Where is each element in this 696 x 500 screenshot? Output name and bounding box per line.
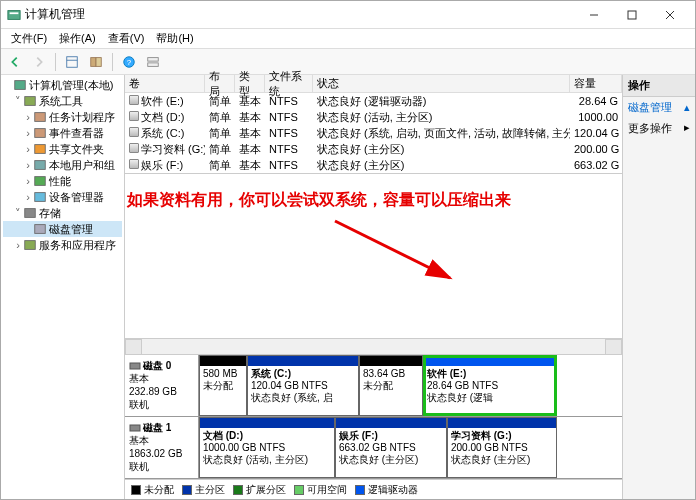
table-row[interactable]: 娱乐 (F:)简单基本NTFS状态良好 (主分区)663.02 G: [125, 157, 622, 173]
legend-swatch: [355, 485, 365, 495]
tree-item[interactable]: 磁盘管理: [3, 221, 122, 237]
tree-item-icon: [23, 206, 37, 220]
legend-label: 可用空间: [307, 483, 347, 497]
legend-swatch: [182, 485, 192, 495]
volume-icon: [129, 111, 139, 121]
legend-label: 逻辑驱动器: [368, 483, 418, 497]
tree-item-label: 任务计划程序: [49, 110, 115, 125]
forward-button[interactable]: [29, 52, 49, 72]
tree-item[interactable]: ˅系统工具: [3, 93, 122, 109]
window: 计算机管理 文件(F)操作(A)查看(V)帮助(H) ? 计算机管理(本地)˅系…: [0, 0, 696, 500]
tree-expander-icon[interactable]: ›: [23, 111, 33, 123]
tree-item[interactable]: ›服务和应用程序: [3, 237, 122, 253]
col-filesystem[interactable]: 文件系统: [265, 75, 313, 92]
close-button[interactable]: [651, 2, 689, 28]
svg-rect-9: [96, 57, 101, 66]
disk-label[interactable]: 磁盘 0基本232.89 GB联机: [125, 355, 199, 416]
menu-item[interactable]: 帮助(H): [150, 29, 199, 48]
tree-item[interactable]: ›共享文件夹: [3, 141, 122, 157]
col-status[interactable]: 状态: [313, 75, 570, 92]
chevron-up-icon[interactable]: ▴: [684, 101, 690, 114]
tree-item-label: 计算机管理(本地): [29, 78, 113, 93]
tree-item-label: 事件查看器: [49, 126, 104, 141]
menu-item[interactable]: 查看(V): [102, 29, 151, 48]
help-button[interactable]: ?: [119, 52, 139, 72]
tree-item[interactable]: ›性能: [3, 173, 122, 189]
volume-table: 卷 布局 类型 文件系统 状态 容量 软件 (E:)简单基本NTFS状态良好 (…: [125, 75, 622, 174]
titlebar: 计算机管理: [1, 1, 695, 29]
actions-header: 操作: [623, 75, 695, 97]
svg-rect-18: [35, 145, 46, 154]
tree-expander-icon[interactable]: ›: [23, 191, 33, 203]
partition[interactable]: 83.64 GB未分配: [359, 355, 423, 416]
tree-expander-icon[interactable]: ›: [23, 175, 33, 187]
tree-item-label: 设备管理器: [49, 190, 104, 205]
tree-expander-icon[interactable]: ›: [23, 159, 33, 171]
legend-item: 逻辑驱动器: [355, 483, 418, 497]
partition[interactable]: 娱乐 (F:)663.02 GB NTFS状态良好 (主分区): [335, 417, 447, 478]
minimize-button[interactable]: [575, 2, 613, 28]
tree-item[interactable]: ˅存储: [3, 205, 122, 221]
disk-partitions: 文档 (D:)1000.00 GB NTFS状态良好 (活动, 主分区)娱乐 (…: [199, 417, 622, 478]
tree-item[interactable]: ›任务计划程序: [3, 109, 122, 125]
partition-color-bar: [200, 418, 334, 428]
maximize-button[interactable]: [613, 2, 651, 28]
tree-item-icon: [33, 174, 47, 188]
titlebar-text: 计算机管理: [25, 6, 575, 23]
table-header[interactable]: 卷 布局 类型 文件系统 状态 容量: [125, 75, 622, 93]
tree-item-label: 性能: [49, 174, 71, 189]
col-layout[interactable]: 布局: [205, 75, 235, 92]
col-volume[interactable]: 卷: [125, 75, 205, 92]
annotation-arrow-icon: [325, 216, 465, 286]
volume-icon: [129, 127, 139, 137]
horizontal-scrollbar[interactable]: [125, 338, 622, 354]
refresh-button[interactable]: [86, 52, 106, 72]
more-actions-link[interactable]: 更多操作 ▸: [623, 118, 695, 139]
toolbar-separator: [55, 53, 56, 71]
partition[interactable]: 系统 (C:)120.04 GB NTFS状态良好 (系统, 启: [247, 355, 359, 416]
back-button[interactable]: [5, 52, 25, 72]
col-type[interactable]: 类型: [235, 75, 265, 92]
disk-label[interactable]: 磁盘 1基本1863.02 GB联机: [125, 417, 199, 478]
tree-expander-icon[interactable]: ›: [23, 127, 33, 139]
partition[interactable]: 学习资料 (G:)200.00 GB NTFS状态良好 (主分区): [447, 417, 557, 478]
svg-rect-17: [35, 129, 46, 138]
tree-expander-icon[interactable]: ›: [13, 239, 23, 251]
table-row[interactable]: 文档 (D:)简单基本NTFS状态良好 (活动, 主分区)1000.00: [125, 109, 622, 125]
partition[interactable]: 文档 (D:)1000.00 GB NTFS状态良好 (活动, 主分区): [199, 417, 335, 478]
tree-item-icon: [33, 110, 47, 124]
settings-button[interactable]: [143, 52, 163, 72]
partition[interactable]: 软件 (E:)28.64 GB NTFS状态良好 (逻辑: [423, 355, 557, 416]
svg-rect-19: [35, 161, 46, 170]
svg-rect-12: [148, 57, 159, 61]
svg-rect-13: [148, 62, 159, 66]
partition[interactable]: 580 MB未分配: [199, 355, 247, 416]
menu-item[interactable]: 文件(F): [5, 29, 53, 48]
view-button[interactable]: [62, 52, 82, 72]
col-capacity[interactable]: 容量: [570, 75, 622, 92]
menu-item[interactable]: 操作(A): [53, 29, 102, 48]
tree-item[interactable]: 计算机管理(本地): [3, 77, 122, 93]
svg-rect-3: [628, 11, 636, 19]
tree-item-icon: [33, 222, 47, 236]
partition-color-bar: [424, 356, 556, 366]
legend-item: 可用空间: [294, 483, 347, 497]
tree-item-icon: [33, 142, 47, 156]
tree-item[interactable]: ›事件查看器: [3, 125, 122, 141]
center-panel: 卷 布局 类型 文件系统 状态 容量 软件 (E:)简单基本NTFS状态良好 (…: [125, 75, 623, 499]
table-row[interactable]: 软件 (E:)简单基本NTFS状态良好 (逻辑驱动器)28.64 G: [125, 93, 622, 109]
tree-item[interactable]: ›设备管理器: [3, 189, 122, 205]
tree-item-icon: [33, 126, 47, 140]
disk-icon: [129, 422, 141, 434]
tree-item[interactable]: ›本地用户和组: [3, 157, 122, 173]
partition-color-bar: [336, 418, 446, 428]
partition-color-bar: [248, 356, 358, 366]
tree-expander-icon[interactable]: ›: [23, 143, 33, 155]
tree-expander-icon[interactable]: ˅: [13, 95, 23, 108]
app-icon: [7, 8, 21, 22]
table-row[interactable]: 系统 (C:)简单基本NTFS状态良好 (系统, 启动, 页面文件, 活动, 故…: [125, 125, 622, 141]
svg-text:?: ?: [127, 57, 132, 66]
chevron-right-icon: ▸: [684, 121, 690, 134]
table-row[interactable]: 学习资料 (G:)简单基本NTFS状态良好 (主分区)200.00 G: [125, 141, 622, 157]
tree-expander-icon[interactable]: ˅: [13, 207, 23, 220]
